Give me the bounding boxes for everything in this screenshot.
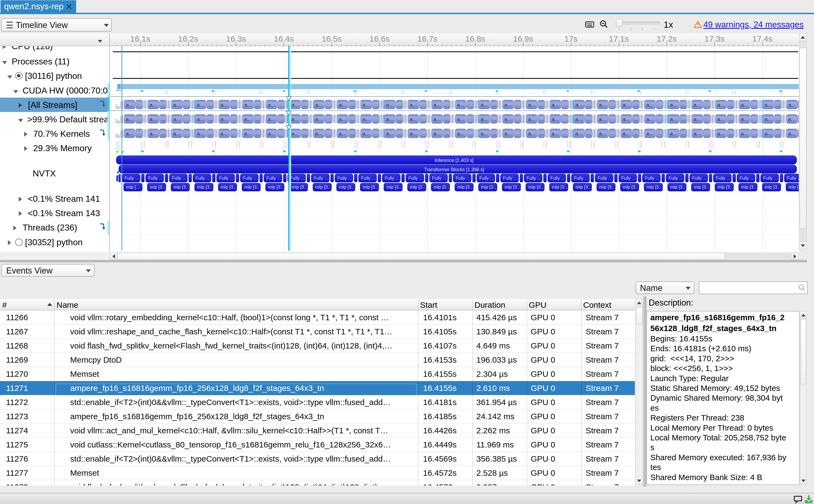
svg-text:a...: a...: [220, 116, 228, 122]
svg-text:Fully …: Fully …: [148, 176, 163, 181]
svg-text:a...: a...: [339, 102, 346, 108]
svg-text:Fully …: Fully …: [574, 176, 589, 181]
svg-text:16.3s: 16.3s: [226, 34, 246, 43]
svg-text:a...: a...: [481, 131, 488, 136]
svg-text:a...: a...: [504, 102, 511, 108]
svg-text:16.9s: 16.9s: [513, 34, 533, 43]
svg-text:...: ...: [539, 131, 544, 136]
svg-text:...: ...: [256, 116, 260, 122]
svg-text:mlp [3…: mlp [3…: [788, 185, 799, 189]
svg-text:...: ...: [161, 116, 165, 122]
svg-text:Fully …: Fully …: [716, 176, 731, 181]
svg-text:a...: a...: [528, 116, 535, 122]
svg-text:16.5s: 16.5s: [322, 34, 341, 43]
svg-text:...: ...: [208, 116, 213, 122]
svg-text:mlp [3…: mlp [3…: [765, 185, 781, 189]
svg-text:a...: a...: [339, 131, 346, 136]
svg-text:mlp [3…: mlp [3…: [576, 185, 592, 189]
svg-text:a...: a...: [457, 102, 464, 108]
svg-text:...: ...: [729, 116, 733, 122]
svg-text:...: ...: [492, 116, 496, 122]
svg-text:mlp [3…: mlp [3…: [410, 185, 427, 189]
svg-text:a...: a...: [220, 102, 228, 108]
svg-text:mlp [3…: mlp [3…: [434, 185, 450, 189]
svg-text:mlp [3…: mlp [3…: [623, 185, 639, 189]
svg-text:a...: a...: [528, 102, 535, 108]
svg-text:Fully …: Fully …: [669, 176, 684, 181]
svg-text:...: ...: [587, 131, 591, 136]
svg-text:...: ...: [681, 102, 686, 108]
svg-text:Fully …: Fully …: [125, 176, 140, 181]
svg-text:a...: a...: [788, 102, 795, 108]
svg-text:a...: a...: [244, 116, 251, 122]
svg-text:mlp [3…: mlp [3…: [457, 185, 474, 189]
svg-text:...: ...: [208, 102, 213, 108]
svg-text:mlp [3…: mlp [3…: [150, 185, 166, 189]
svg-text:mlp […: mlp […: [126, 185, 140, 189]
svg-text:Fully …: Fully …: [527, 176, 542, 181]
svg-text:mlp [3…: mlp [3…: [173, 185, 190, 189]
svg-text:16.2s: 16.2s: [178, 34, 198, 43]
svg-text:a...: a...: [623, 102, 630, 108]
svg-text:a...: a...: [552, 116, 559, 122]
svg-text:a...: a...: [765, 102, 772, 108]
svg-text:Fully …: Fully …: [195, 176, 211, 181]
svg-text:a...: a...: [481, 116, 488, 122]
svg-text:mlp [3…: mlp [3…: [339, 185, 356, 189]
svg-text:a...: a...: [599, 131, 606, 136]
svg-text:16.7s: 16.7s: [417, 34, 437, 43]
svg-text:mlp [3…: mlp [3…: [197, 185, 214, 189]
svg-text:mlp [3…: mlp [3…: [244, 185, 261, 189]
svg-text:a...: a...: [291, 116, 299, 122]
svg-text:a...: a...: [504, 131, 511, 136]
svg-text:a...: a...: [646, 116, 653, 122]
svg-text:Fully …: Fully …: [219, 176, 234, 181]
svg-text:Fully …: Fully …: [266, 176, 282, 181]
svg-text:...: ...: [161, 102, 165, 108]
svg-text:mlp [3…: mlp [3…: [647, 185, 663, 189]
svg-text:mlp [3…: mlp [3…: [268, 185, 285, 189]
svg-text:a...: a...: [741, 131, 748, 136]
svg-text:a...: a...: [126, 102, 133, 108]
svg-text:a...: a...: [410, 102, 417, 108]
svg-text:Fully …: Fully …: [621, 176, 636, 181]
svg-text:a...: a...: [552, 102, 559, 108]
svg-text:Fully …: Fully …: [479, 176, 495, 181]
svg-text:a...: a...: [623, 116, 630, 122]
svg-text:a...: a...: [197, 102, 204, 108]
svg-text:a...: a...: [765, 131, 772, 136]
svg-text:a...: a...: [291, 131, 299, 136]
svg-text:mlp [3…: mlp [3…: [221, 185, 237, 189]
svg-text:mlp [3…: mlp [3…: [717, 185, 734, 189]
svg-text:a...: a...: [244, 131, 251, 136]
svg-text:...: ...: [445, 131, 449, 136]
svg-text:...: ...: [776, 102, 780, 108]
svg-text:17.4s: 17.4s: [752, 34, 772, 43]
svg-text:...: ...: [492, 131, 496, 136]
svg-text:a...: a...: [150, 102, 157, 108]
svg-text:...: ...: [539, 102, 544, 108]
svg-text:...: ...: [303, 116, 307, 122]
svg-text:mlp [3…: mlp [3…: [741, 185, 758, 189]
svg-text:Fully …: Fully …: [290, 176, 305, 181]
svg-text:a...: a...: [481, 102, 488, 108]
svg-text:a...: a...: [386, 102, 393, 108]
svg-text:Fully …: Fully …: [503, 176, 518, 181]
svg-text:Fully …: Fully …: [740, 176, 755, 181]
svg-text:...: ...: [256, 102, 260, 108]
svg-text:Fully …: Fully …: [172, 176, 187, 181]
svg-text:17.2s: 17.2s: [657, 34, 676, 43]
svg-text:a...: a...: [670, 131, 677, 136]
svg-text:...: ...: [539, 116, 544, 122]
svg-text:a...: a...: [575, 131, 582, 136]
svg-text:a...: a...: [362, 131, 369, 136]
svg-text:a...: a...: [268, 116, 275, 122]
svg-text:a...: a...: [741, 116, 748, 122]
svg-text:a...: a...: [362, 116, 369, 122]
svg-text:16.8s: 16.8s: [465, 34, 485, 43]
svg-text:Fully …: Fully …: [763, 176, 778, 181]
svg-text:Fully …: Fully …: [645, 176, 660, 181]
svg-text:a...: a...: [694, 131, 701, 136]
svg-text:Fully …: Fully …: [314, 176, 329, 181]
svg-text:Fully …: Fully …: [598, 176, 613, 181]
